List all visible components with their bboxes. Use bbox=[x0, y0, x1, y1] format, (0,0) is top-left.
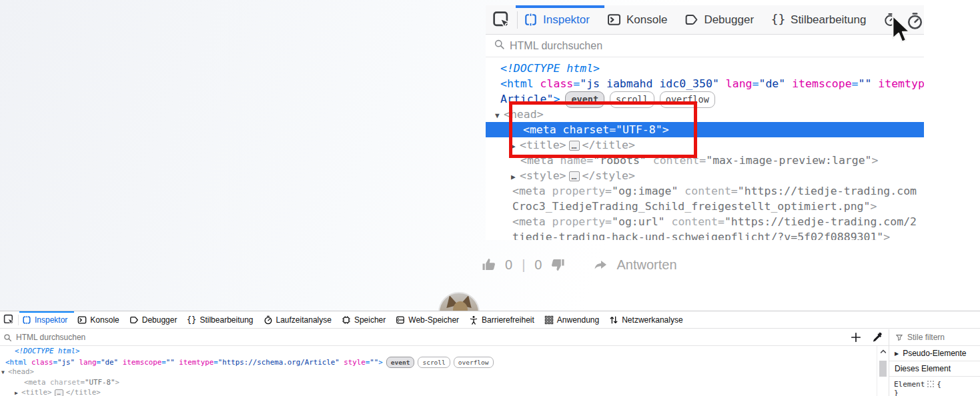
code-token: content bbox=[671, 215, 718, 228]
tab-label: Stilbearbeitung bbox=[791, 13, 866, 27]
dislike-count: 0 bbox=[534, 257, 542, 273]
rule-selector[interactable]: Element bbox=[894, 380, 925, 389]
dom-node-row: <html class="js iabmahd idc0_350" lang="… bbox=[486, 76, 924, 91]
mouse-cursor-icon bbox=[890, 15, 913, 45]
dom-node-row[interactable]: ▼<head> bbox=[0, 367, 877, 377]
node-badge-overflow[interactable]: overflow bbox=[454, 357, 494, 369]
code-token: "max-image-preview:large" bbox=[706, 154, 871, 167]
code-token: "https://tiedje-trading.com/2 bbox=[724, 215, 917, 228]
application-grid-icon bbox=[544, 315, 554, 325]
code-token: </style> bbox=[582, 169, 635, 182]
code-token: > bbox=[378, 358, 383, 367]
tab-label: Laufzeitanalyse bbox=[276, 315, 332, 325]
tab-label: Inspektor bbox=[35, 315, 67, 325]
tab-anwendung[interactable]: Anwendung bbox=[544, 315, 599, 325]
markup-search-row bbox=[0, 329, 889, 346]
search-icon bbox=[494, 39, 505, 53]
code-token: class bbox=[31, 358, 53, 367]
debugger-panel-icon bbox=[129, 315, 139, 325]
markup-scrollbar[interactable] bbox=[877, 346, 889, 396]
tab-label: Debugger bbox=[704, 13, 754, 27]
dom-node-row[interactable]: <!DOCTYPE html> bbox=[0, 346, 877, 357]
scrollbar-thumb[interactable] bbox=[879, 361, 887, 377]
code-token bbox=[678, 185, 684, 197]
reply-arrow-icon[interactable] bbox=[592, 257, 608, 273]
tab-laufzeitanalyse[interactable]: Laufzeitanalyse bbox=[264, 315, 332, 325]
thumbs-up-icon[interactable] bbox=[481, 257, 497, 273]
element-rule[interactable]: Element{ } bbox=[889, 377, 980, 396]
code-token: = bbox=[605, 215, 612, 228]
pseudo-elements-section[interactable]: ▶ Pseudo-Elemente bbox=[889, 346, 980, 361]
accessibility-person-icon bbox=[469, 315, 478, 325]
code-token: > bbox=[115, 378, 120, 387]
rule-open-brace: { bbox=[937, 380, 941, 389]
code-token: <meta bbox=[512, 185, 552, 197]
code-token: itemscope bbox=[792, 77, 851, 90]
code-token: itemtype bbox=[179, 358, 213, 367]
devtools-toolbar: InspektorKonsoleDebugger{}Stilbearbeitun… bbox=[0, 311, 980, 329]
code-token: property bbox=[552, 215, 605, 228]
code-token: "de" bbox=[101, 358, 118, 367]
code-token: "https://schema.org/Article" bbox=[218, 358, 340, 367]
toolbar-divider bbox=[18, 315, 19, 325]
tab-debugger: Debugger bbox=[684, 13, 754, 27]
code-token: <style> bbox=[520, 169, 566, 182]
code-token: <!DOCTYPE html> bbox=[15, 347, 80, 355]
console-panel-icon bbox=[607, 13, 621, 27]
dom-node-row: <meta property="og:image" content="https… bbox=[486, 183, 924, 199]
code-token: class bbox=[540, 77, 574, 90]
code-token bbox=[719, 77, 726, 90]
code-token: Croc3_TiedjeTrading_Schild_freigestellt_… bbox=[512, 200, 870, 213]
collapsed-arrow-icon[interactable]: ▶ bbox=[15, 388, 21, 396]
code-token: property bbox=[552, 185, 605, 197]
code-token bbox=[665, 215, 672, 228]
styles-filter-bar[interactable]: Stile filtern bbox=[889, 329, 980, 346]
highlighter-dots-icon[interactable] bbox=[927, 381, 934, 387]
this-element-label: Dieses Element bbox=[895, 364, 951, 373]
devtools-panel: InspektorKonsoleDebugger{}Stilbearbeitun… bbox=[0, 311, 980, 396]
code-token: content bbox=[684, 185, 731, 197]
code-token: > bbox=[872, 154, 879, 167]
eyedropper-icon[interactable] bbox=[871, 331, 883, 343]
dom-node-row[interactable]: <meta charset="UTF-8"> bbox=[0, 377, 877, 388]
add-rule-button[interactable] bbox=[850, 331, 862, 343]
tab-debugger[interactable]: Debugger bbox=[129, 315, 177, 325]
node-badge-scroll[interactable]: scroll bbox=[418, 357, 450, 369]
tab-netzwerkanalyse[interactable]: Netzwerkanalyse bbox=[609, 315, 682, 325]
tab-stilbearbeitung[interactable]: {}Stilbearbeitung bbox=[187, 315, 253, 325]
tab-speicher[interactable]: Speicher bbox=[342, 315, 386, 325]
reply-button-label[interactable]: Antworten bbox=[616, 257, 676, 273]
code-token: = bbox=[699, 154, 706, 167]
tab-label: Web-Speicher bbox=[408, 315, 459, 325]
tab-inspektor[interactable]: Inspektor bbox=[22, 315, 67, 325]
dom-node-row: ▶<style>…</style> bbox=[486, 168, 924, 183]
pick-element-icon[interactable] bbox=[3, 314, 15, 325]
tab-konsole[interactable]: Konsole bbox=[77, 315, 119, 325]
scroll-up-button[interactable] bbox=[877, 347, 889, 355]
screenshot-devtools-toolbar: InspektorKonsoleDebugger{}Stilbearbeitun… bbox=[486, 5, 924, 35]
console-panel-icon bbox=[77, 315, 87, 325]
expanded-arrow-icon[interactable]: ▼ bbox=[1, 367, 8, 378]
comment-action-bar: 0 | 0 Antworten bbox=[481, 254, 677, 275]
collapsed-arrow-icon: ▶ bbox=[511, 169, 520, 185]
node-badge-event[interactable]: event bbox=[386, 357, 415, 369]
tab-barrierefreiheit[interactable]: Barrierefreiheit bbox=[469, 315, 534, 325]
thumbs-down-icon[interactable] bbox=[550, 257, 566, 273]
code-token: "og:url" bbox=[612, 215, 664, 228]
dom-node-row[interactable]: ▶<title>…</title> bbox=[0, 387, 877, 396]
tab-web-speicher[interactable]: Web-Speicher bbox=[396, 315, 459, 325]
like-count: 0 bbox=[505, 257, 512, 273]
code-token: <meta bbox=[24, 378, 50, 387]
html-search-input[interactable] bbox=[16, 333, 841, 342]
code-token: style bbox=[344, 358, 366, 367]
code-token: <meta bbox=[512, 215, 552, 228]
code-token: itemscope bbox=[123, 358, 162, 367]
inline-ellipsis-toggle: … bbox=[55, 389, 63, 396]
dom-node-row[interactable]: <html class="js" lang="de" itemscope="" … bbox=[0, 357, 877, 367]
code-token: <html bbox=[500, 77, 540, 90]
tab-label: Anwendung bbox=[557, 315, 599, 325]
inspector-panel-icon bbox=[524, 13, 538, 27]
tab-label: Barrierefreiheit bbox=[482, 315, 534, 325]
toolbar-divider bbox=[517, 11, 518, 29]
code-token: = bbox=[731, 185, 738, 197]
